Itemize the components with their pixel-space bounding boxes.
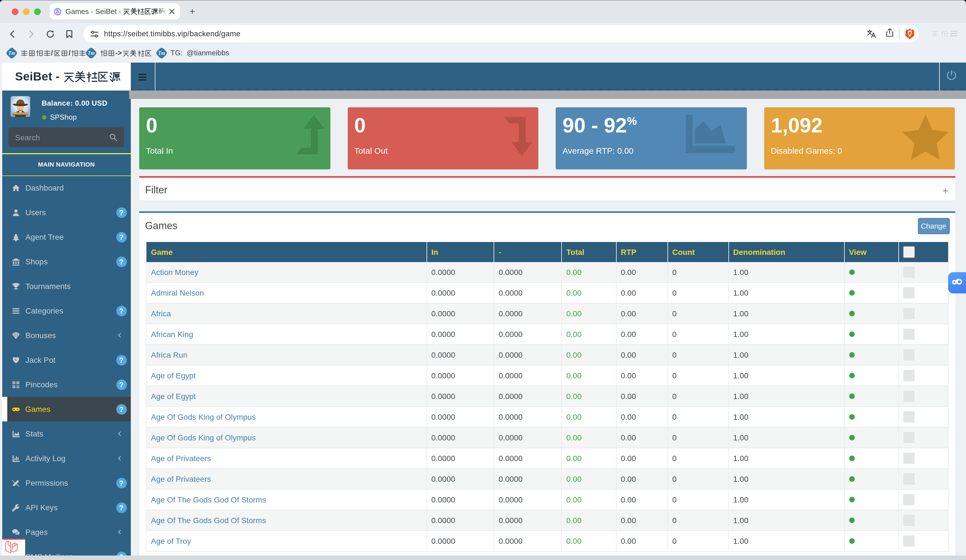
svg-text:₿: ₿ bbox=[56, 9, 59, 14]
svg-text:BOOK OF RA: BOOK OF RA bbox=[13, 113, 28, 116]
